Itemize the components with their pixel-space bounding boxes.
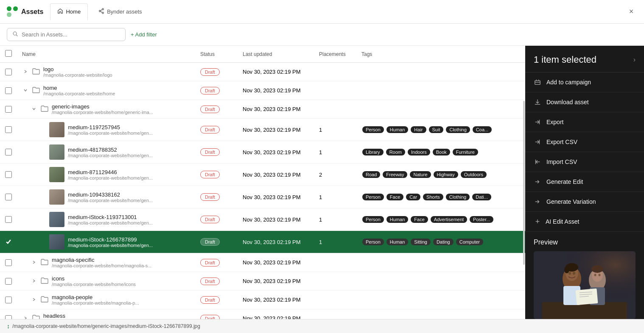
action-download-asset[interactable]: Download asset: [525, 92, 644, 112]
generate-variation-icon: [534, 198, 541, 205]
footer: ↕ /magnolia-corporate-website/home/gener…: [0, 319, 644, 333]
table-row[interactable]: medium-1197257945/magnolia-corporate-web…: [0, 119, 525, 141]
row-checkbox-cell: [0, 81, 17, 100]
table-row[interactable]: medium-871129446/magnolia-corporate-webs…: [0, 164, 525, 186]
row-expander[interactable]: [22, 315, 29, 319]
panel-chevron-icon[interactable]: ›: [633, 56, 636, 64]
action-import-csv[interactable]: Import CSV: [525, 152, 644, 172]
row-tags-cell: PersonHumanSittingDatingComputer: [356, 231, 525, 253]
row-tags-cell: RoadFreewayNatureHighwayOutdoors: [356, 164, 525, 186]
toolbar: + Add filter: [0, 24, 644, 46]
table-row[interactable]: logo/magnolia-corporate-website/logoDraf…: [0, 63, 525, 81]
table-row[interactable]: generic-images/magnolia-corporate-websit…: [0, 100, 525, 119]
add-filter-button[interactable]: + Add filter: [131, 31, 157, 38]
row-tags-cell: [356, 63, 525, 81]
row-expander[interactable]: [31, 259, 37, 266]
action-add-to-campaign[interactable]: Add to campaign: [525, 72, 644, 92]
row-expander[interactable]: [31, 106, 37, 112]
row-name-primary: home: [43, 85, 115, 91]
row-expander[interactable]: [31, 297, 37, 303]
table-row[interactable]: medium-iStock-1266787899/magnolia-corpor…: [0, 231, 525, 253]
row-name-primary: medium-1197257945: [68, 124, 153, 130]
row-checkbox-cell: [0, 309, 17, 319]
preview-title: Preview: [534, 239, 636, 246]
row-checkbox[interactable]: [5, 259, 12, 266]
row-expander[interactable]: [22, 87, 29, 94]
row-checkbox[interactable]: [5, 126, 12, 133]
status-badge: Draft: [200, 148, 220, 156]
close-button[interactable]: ×: [625, 6, 637, 18]
search-box[interactable]: [7, 28, 126, 41]
svg-line-4: [101, 11, 102, 12]
table-row[interactable]: medium-iStock-1193713001/magnolia-corpor…: [0, 208, 525, 231]
action-generate-edit[interactable]: Generate Edit: [525, 172, 644, 192]
row-checkbox[interactable]: [5, 194, 12, 200]
row-checkbox[interactable]: [5, 87, 12, 94]
row-checkbox[interactable]: [5, 106, 12, 113]
svg-point-0: [102, 8, 104, 10]
table-row[interactable]: medium-481788352/magnolia-corporate-webs…: [0, 141, 525, 164]
generate-edit-icon: [534, 178, 541, 186]
table-row[interactable]: medium-1094338162/magnolia-corporate-web…: [0, 186, 525, 208]
status-badge: Draft: [200, 126, 220, 133]
row-checkbox[interactable]: [5, 149, 12, 155]
row-checkbox[interactable]: [5, 315, 12, 319]
row-tags-cell: [356, 81, 525, 100]
row-name-cell: medium-iStock-1193713001/magnolia-corpor…: [17, 208, 195, 231]
table-row[interactable]: home/magnolia-corporate-website/homeDraf…: [0, 81, 525, 100]
row-checkbox[interactable]: [5, 69, 12, 75]
row-expander[interactable]: [31, 278, 37, 284]
row-updated-cell: Nov 30, 2023 02:19 PM: [238, 119, 314, 141]
row-name-cell: medium-1197257945/magnolia-corporate-web…: [17, 119, 195, 141]
tag-badge: Poster...: [470, 216, 493, 223]
asset-table: Name Status Last updated Placements Tags…: [0, 46, 525, 319]
row-checkbox[interactable]: [5, 171, 12, 178]
tag-badge: Road: [362, 171, 380, 178]
row-status-cell: Draft: [195, 81, 238, 100]
tag-badge: Coa...: [473, 126, 492, 133]
row-checkbox[interactable]: [5, 297, 12, 303]
row-updated-cell: Nov 30, 2023 02:19 PM: [238, 272, 314, 291]
row-name-cell: home/magnolia-corporate-website/home: [17, 81, 195, 100]
tag-badge: Highway: [434, 171, 458, 178]
row-status-cell: Draft: [195, 291, 238, 309]
panel-header: 1 item selected ›: [525, 46, 644, 72]
row-checkbox[interactable]: [5, 216, 12, 223]
row-name-cell: medium-481788352/magnolia-corporate-webs…: [17, 141, 195, 164]
row-status-cell: Draft: [195, 164, 238, 186]
row-tags-cell: LibraryRoomIndoorsBookFurniture: [356, 141, 525, 164]
row-placements-cell: [314, 63, 356, 81]
row-expander[interactable]: [22, 69, 29, 75]
col-placements: Placements: [314, 46, 356, 63]
table-row[interactable]: magnolia-specific/magnolia-corporate-web…: [0, 253, 525, 272]
action-ai-edit-asset[interactable]: + AI Edit Asset: [525, 212, 644, 232]
status-badge: Draft: [200, 278, 220, 285]
table-row[interactable]: magnolia-people/magnolia-corporate-websi…: [0, 291, 525, 309]
home-icon: [57, 8, 63, 15]
tab-bynder[interactable]: Bynder assets: [91, 3, 149, 20]
row-checkbox-cell: [0, 253, 17, 272]
name-info: generic-images/magnolia-corporate-websit…: [52, 103, 153, 115]
tab-bynder-label: Bynder assets: [107, 8, 142, 15]
svg-point-34: [594, 274, 596, 276]
tag-badge: Clothing: [446, 194, 470, 200]
row-status-cell: Draft: [195, 119, 238, 141]
action-export[interactable]: Export: [525, 112, 644, 132]
table-row[interactable]: headless/magnolia-corporate-website/head…: [0, 309, 525, 319]
row-checkbox[interactable]: [5, 278, 12, 285]
folder-icon: [32, 86, 40, 94]
action-export-csv[interactable]: Export CSV: [525, 132, 644, 152]
export-csv-icon: [534, 138, 541, 146]
generate-variation-label: Generate Variation: [546, 198, 596, 205]
select-all-checkbox[interactable]: [5, 50, 12, 57]
table-row[interactable]: icons/magnolia-corporate-website/home/ic…: [0, 272, 525, 291]
svg-line-3: [101, 10, 102, 11]
tab-home[interactable]: Home: [50, 3, 88, 20]
row-checkbox[interactable]: [5, 239, 12, 245]
row-placements-cell: [314, 81, 356, 100]
row-checkbox-cell: [0, 119, 17, 141]
action-generate-variation[interactable]: Generate Variation: [525, 192, 644, 212]
search-input[interactable]: [22, 31, 120, 38]
row-updated-cell: Nov 30, 2023 02:19 PM: [238, 291, 314, 309]
share-icon: [98, 8, 104, 15]
